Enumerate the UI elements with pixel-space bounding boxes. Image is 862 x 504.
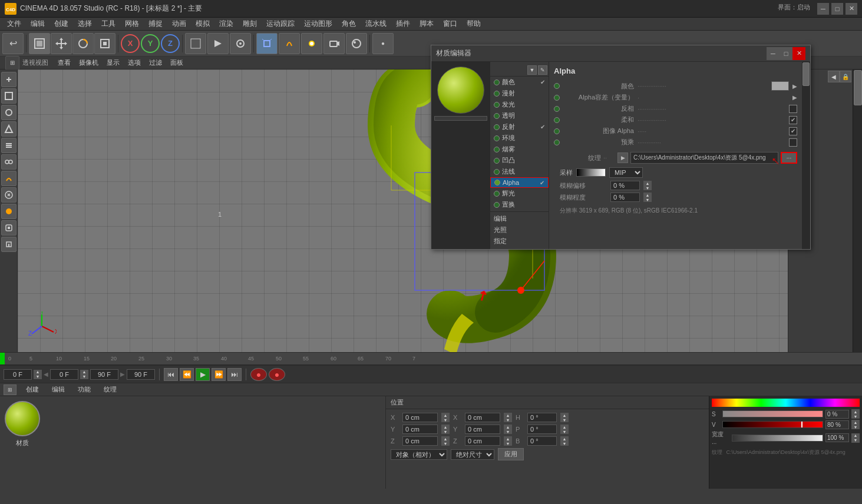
sidebar-btn-6[interactable] (1, 154, 16, 170)
channel-edit-btn[interactable]: ✎ (538, 65, 547, 75)
extra-btn-1[interactable]: ● (372, 33, 394, 54)
y-input[interactable] (402, 425, 438, 434)
timeline-icon[interactable]: ⊞ (4, 384, 16, 395)
z-down[interactable]: ▼ (441, 441, 450, 446)
width-up[interactable]: ▲ (851, 433, 860, 438)
sidebar-btn-1[interactable] (1, 72, 16, 87)
menu-render[interactable]: 渲染 (214, 18, 238, 30)
paint-btn[interactable] (279, 33, 300, 54)
v-slider-track[interactable] (722, 421, 823, 428)
x-input[interactable] (402, 413, 438, 422)
close-button[interactable]: ✕ (846, 3, 857, 15)
menu-select[interactable]: 选择 (73, 18, 97, 30)
s-up[interactable]: ▲ (851, 409, 860, 414)
s-slider-track[interactable] (722, 410, 823, 417)
goto-start-btn[interactable]: ⏮ (164, 368, 178, 381)
b-down[interactable]: ▼ (560, 441, 569, 446)
menu-sculpt[interactable]: 雕刻 (238, 18, 262, 30)
channel-reflection[interactable]: 反射 ✔ (490, 121, 549, 132)
camera-btn[interactable] (323, 33, 345, 54)
p-up[interactable]: ▲ (560, 425, 569, 429)
x2-down[interactable]: ▼ (504, 417, 512, 422)
blur-offset-up[interactable]: ▲ (643, 181, 652, 185)
sidebar-btn-3[interactable] (1, 105, 16, 120)
axis-y-button[interactable]: Y (141, 34, 160, 53)
options-menu[interactable]: 选项 (124, 57, 144, 68)
y2-up[interactable]: ▲ (504, 425, 512, 429)
mat-maximize-btn[interactable]: □ (780, 47, 792, 60)
width-slider-track[interactable] (732, 435, 823, 442)
menu-tools[interactable]: 工具 (97, 18, 120, 30)
menu-window[interactable]: 窗口 (438, 18, 462, 30)
maximize-button[interactable]: □ (831, 3, 843, 15)
channel-luminance[interactable]: 发光 (490, 99, 549, 110)
frame-current-down[interactable]: ▼ (80, 374, 88, 379)
channel-fog[interactable]: 烟雾 (490, 144, 549, 155)
material-btn[interactable] (346, 33, 367, 54)
bottom-function-menu[interactable]: 功能 (74, 384, 94, 395)
blur-level-down[interactable]: ▼ (643, 197, 652, 202)
y-up[interactable]: ▲ (441, 425, 450, 429)
v-down[interactable]: ▼ (851, 425, 860, 429)
render-region-btn[interactable] (185, 33, 206, 54)
sidebar-btn-8[interactable] (1, 187, 16, 203)
channel-assign[interactable]: 指定 (490, 236, 549, 247)
h-down[interactable]: ▼ (560, 417, 569, 422)
texture-browse-button[interactable]: ··· (781, 152, 797, 164)
view-menu[interactable]: 查看 (54, 57, 74, 68)
x2-input[interactable] (465, 413, 500, 422)
menu-mesh[interactable]: 网格 (120, 18, 144, 30)
prop-image-alpha-check[interactable]: ✔ (789, 127, 797, 135)
undo-button[interactable]: ↩ (2, 33, 24, 54)
step-forward-btn[interactable]: ⏩ (212, 368, 226, 381)
frame-end2-field[interactable] (127, 369, 155, 380)
menu-motiontrack[interactable]: 运动跟踪 (262, 18, 299, 30)
x-down[interactable]: ▼ (441, 417, 450, 422)
scale-mode-btn[interactable] (94, 33, 115, 54)
blur-level-up[interactable]: ▲ (643, 193, 652, 197)
prop-precomp-check[interactable] (789, 138, 797, 147)
channel-bump[interactable]: 凹凸 (490, 155, 549, 166)
channel-arrow-btn[interactable]: ▼ (527, 65, 537, 75)
x2-up[interactable]: ▲ (504, 413, 512, 417)
size-mode-select[interactable]: 绝对尺寸 (451, 449, 494, 460)
channel-displacement[interactable]: 置换 (490, 199, 549, 210)
frame-current-up[interactable]: ▲ (80, 370, 88, 374)
channel-diffuse[interactable]: 漫射 (490, 88, 549, 99)
bottom-texture-menu[interactable]: 纹理 (100, 384, 120, 395)
bottom-create-menu[interactable]: 创建 (22, 384, 42, 395)
texture-type-icon[interactable]: ▶ (617, 152, 628, 163)
object-mode-select[interactable]: 对象（相对） (391, 449, 447, 460)
p-down[interactable]: ▼ (560, 429, 569, 434)
material-item[interactable]: 材质 (5, 401, 40, 447)
menu-snap[interactable]: 捕捉 (144, 18, 167, 30)
apply-button[interactable]: 应用 (498, 448, 524, 460)
step-back-btn[interactable]: ⏪ (180, 368, 194, 381)
h-up[interactable]: ▲ (560, 413, 569, 417)
sidebar-btn-2[interactable] (1, 88, 16, 104)
sidebar-btn-11[interactable] (1, 237, 16, 252)
axis-x-button[interactable]: X (121, 34, 140, 53)
b-input[interactable] (527, 436, 557, 446)
b-up[interactable]: ▲ (560, 436, 569, 441)
display-menu[interactable]: 显示 (103, 57, 123, 68)
camera-menu[interactable]: 摄像机 (75, 57, 102, 68)
icon-btn-1[interactable]: ⊞ (5, 56, 19, 70)
frame-start-field[interactable] (4, 369, 32, 380)
h-input[interactable] (527, 413, 557, 422)
channel-lighting[interactable]: 光照 (490, 224, 549, 236)
bottom-edit-menu[interactable]: 编辑 (48, 384, 68, 395)
p-input[interactable] (527, 425, 557, 434)
panel-arrow-left[interactable]: ◀ (828, 71, 840, 82)
sidebar-btn-10[interactable] (1, 220, 16, 236)
panel-lock[interactable]: 🔒 (840, 71, 851, 82)
channel-transparency[interactable]: 透明 (490, 110, 549, 121)
prop-reverse-check[interactable] (789, 105, 797, 113)
x-up[interactable]: ▲ (441, 413, 450, 417)
sidebar-btn-9[interactable] (1, 204, 16, 219)
menu-file[interactable]: 文件 (2, 18, 26, 30)
mat-minimize-btn[interactable]: ─ (767, 47, 780, 60)
width-value[interactable] (825, 433, 849, 442)
blur-offset-down[interactable]: ▼ (643, 185, 652, 190)
prop-color-swatch[interactable] (771, 81, 789, 91)
